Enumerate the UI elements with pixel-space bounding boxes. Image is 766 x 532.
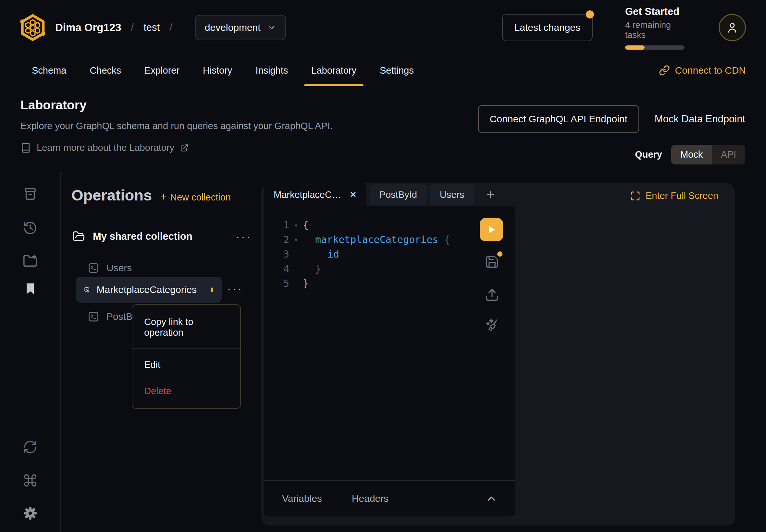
variables-tab[interactable]: Variables [282,493,322,504]
editor-tab-postbyid[interactable]: PostById [370,184,427,205]
tab-settings[interactable]: Settings [368,55,426,86]
fullscreen-icon [630,191,640,201]
run-query-button[interactable] [480,218,503,241]
editor-tab-users[interactable]: Users [430,184,474,205]
plus-icon: + [160,190,167,203]
laboratory-workspace-panel: MarketplaceC… ✕ PostById Users + Enter F… [261,183,735,526]
query-editor[interactable]: 1 ▾ { 2 ▾ marketplaceCategories { 3 id 4 [264,206,516,516]
archive-icon[interactable] [23,187,38,201]
notification-dot [586,10,594,18]
code-line: 4 } [264,261,516,276]
enter-fullscreen-button[interactable]: Enter Full Screen [630,190,718,201]
primary-nav: Schema Checks Explorer History Insights … [0,55,766,86]
prettify-button[interactable] [484,316,501,333]
mock-data-endpoint-label[interactable]: Mock Data Endpoint [655,113,745,125]
latest-changes-button[interactable]: Latest changes [502,14,593,41]
fold-marker-icon[interactable]: ▾ [289,222,303,229]
editor-footer: Variables Headers [264,480,516,516]
tab-explorer[interactable]: Explorer [133,55,191,86]
operation-icon [84,284,90,296]
operation-icon [88,262,99,274]
refresh-icon[interactable] [23,440,38,454]
breadcrumb-separator: / [169,22,172,33]
page-title: Laboratory [20,98,478,112]
tab-history[interactable]: History [191,55,244,86]
folder-plus-icon[interactable] [23,254,38,269]
editor-tab-marketplacecategories[interactable]: MarketplaceC… ✕ [264,183,366,206]
page-description: Explore your GraphQL schema and run quer… [20,121,478,131]
get-started-progressbar [625,45,685,50]
external-link-icon [180,144,188,152]
breadcrumb-org[interactable]: Dima Org123 [55,21,121,34]
history-icon[interactable] [23,221,38,236]
editor-tabs: MarketplaceC… ✕ PostById Users + [264,183,618,206]
tab-insights[interactable]: Insights [244,55,299,86]
code-line: 2 ▾ marketplaceCategories { [264,232,516,247]
get-started-title: Get Started [625,6,687,18]
menu-item-delete[interactable]: Delete [132,378,240,404]
query-toggle-label: Query [635,149,662,160]
link-icon [659,65,670,76]
operations-panel: Operations + New collection My shared co… [61,172,261,532]
collection-name: My shared collection [93,231,228,242]
broom-sparkles-icon [484,316,501,333]
fold-marker-icon[interactable]: ▾ [289,236,303,243]
save-operation-button[interactable] [485,255,499,269]
active-tab-underline [304,84,363,86]
hive-logo-icon[interactable] [20,14,45,41]
query-mode-api[interactable]: API [712,145,745,164]
collection-more-button[interactable]: ··· [236,230,252,243]
code-line: 3 id [264,247,516,261]
menu-divider [132,348,240,349]
code-line: 1 ▾ { [264,218,516,232]
learn-more-link[interactable]: Learn more about the Laboratory [20,142,478,153]
breadcrumb-separator: / [131,22,134,33]
connect-graphql-endpoint-button[interactable]: Connect GraphQL API Endpoint [478,105,639,133]
query-mode-mock[interactable]: Mock [671,145,712,164]
operation-more-button[interactable]: ··· [227,282,243,295]
headers-tab[interactable]: Headers [352,493,389,504]
main-area: Operations + New collection My shared co… [0,172,766,532]
code-line: 5 } [264,276,516,291]
new-tab-button[interactable]: + [482,184,499,205]
settings-gear-icon[interactable] [22,505,38,521]
tab-checks[interactable]: Checks [78,55,133,86]
tool-rail [0,172,60,532]
query-mode-toggle: Mock API [671,145,745,164]
collection-row[interactable]: My shared collection ··· [73,227,252,246]
bookmark-icon[interactable] [23,282,37,296]
latest-changes-label: Latest changes [515,22,580,33]
new-collection-button[interactable]: + New collection [160,190,231,203]
command-icon[interactable] [23,473,38,488]
operation-item-users[interactable]: Users [88,259,132,277]
chevron-up-icon[interactable] [486,493,497,504]
close-tab-icon[interactable]: ✕ [349,190,357,200]
book-icon [20,143,31,153]
menu-item-copy-link[interactable]: Copy link to operation [132,309,240,346]
code-area[interactable]: 1 ▾ { 2 ▾ marketplaceCategories { 3 id 4 [264,206,516,479]
operation-icon [88,311,99,322]
operations-title: Operations [71,186,152,204]
operation-context-menu: Copy link to operation Edit Delete [132,304,241,409]
get-started-progress-fill [625,45,645,50]
user-avatar[interactable] [719,14,746,41]
menu-item-edit[interactable]: Edit [132,352,240,378]
share-operation-button[interactable] [485,288,499,302]
operation-item-marketplacecategories[interactable]: MarketplaceCategories [76,277,222,303]
app-header: Dima Org123 / test / development Latest … [0,0,766,55]
breadcrumb-project[interactable]: test [143,22,160,33]
connect-to-cdn-link[interactable]: Connect to CDN [659,65,746,76]
play-icon [486,224,497,235]
upload-icon [485,288,499,302]
tab-schema[interactable]: Schema [20,55,78,86]
folder-open-icon [73,230,85,243]
unsaved-indicator-dot [211,287,213,292]
get-started-subtitle: 4 remaining tasks [625,20,687,40]
get-started-widget[interactable]: Get Started 4 remaining tasks [625,6,687,50]
laboratory-header: Laboratory Explore your GraphQL schema a… [20,98,745,164]
person-icon [726,21,739,34]
target-selector[interactable]: development [195,15,286,40]
unsaved-indicator-dot [497,251,503,257]
chevron-down-icon [267,23,276,32]
tab-laboratory[interactable]: Laboratory [299,55,368,86]
